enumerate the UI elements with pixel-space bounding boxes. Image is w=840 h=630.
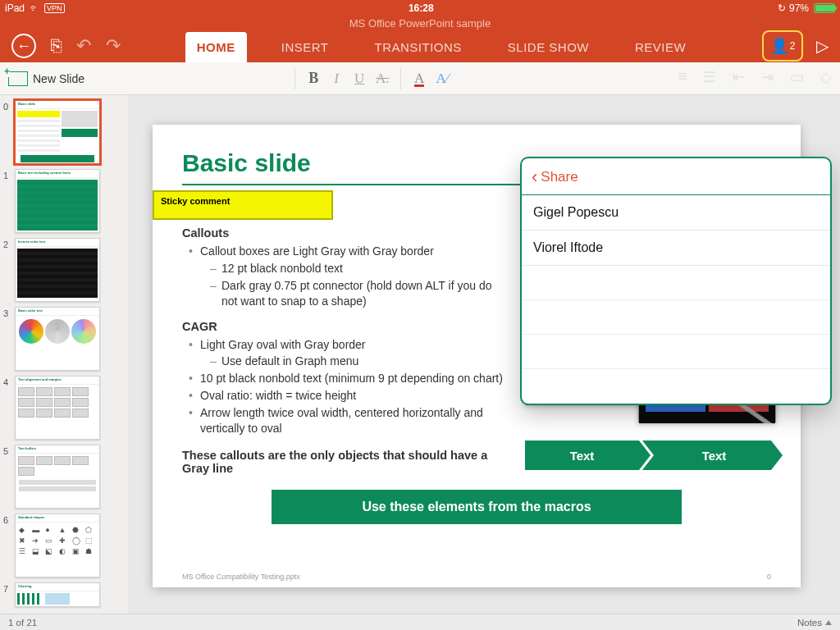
document-title: MS Office PowerPoint sample xyxy=(0,16,840,30)
tab-home[interactable]: HOME xyxy=(185,32,247,62)
battery-percent: 97% xyxy=(789,2,809,14)
workspace: 0 Basic slide 1 Basic text including cus… xyxy=(0,95,840,614)
redo-icon[interactable]: ↷ xyxy=(106,35,121,57)
list-item: 12 pt black nonbold text xyxy=(221,260,509,277)
tab-slideshow[interactable]: SLIDE SHOW xyxy=(496,32,600,62)
chevron-process: Text Text xyxy=(525,441,771,470)
thumb-index: 0 xyxy=(3,100,11,112)
clock: 16:28 xyxy=(65,2,778,14)
list-item: Dark gray 0.75 pt connector (hold down A… xyxy=(221,277,509,310)
wifi-icon: ᯤ xyxy=(30,2,39,14)
outdent-icon: ⇤ xyxy=(733,68,745,86)
list-item: Oval ratio: width = twice height xyxy=(200,387,509,404)
popover-back-label[interactable]: Share xyxy=(541,169,578,185)
bullets-icon: ≡ xyxy=(678,68,687,86)
ribbon-tabs: HOME INSERT TRANSITIONS SLIDE SHOW REVIE… xyxy=(121,30,762,62)
slide-footer-filename: MS Office Compatibility Testing.pptx xyxy=(182,573,300,581)
slide-left-column: Callouts Callout boxes are Light Gray wi… xyxy=(182,223,509,475)
slide-thumbnail-6[interactable]: Standard shapes ◆▬●▲⬣⬠ ✖➔▭✚◯⬚ ☰⬓⬕◐▣☗ xyxy=(15,514,100,578)
list-item: 10 pt black nonbold text (minimum 9 pt d… xyxy=(200,370,509,387)
highlight-button[interactable]: A⁄ xyxy=(431,71,454,87)
slide-thumbnail-3[interactable]: Basic color test xyxy=(15,307,100,371)
font-color-button[interactable]: A xyxy=(408,71,431,87)
new-slide-icon xyxy=(8,71,28,86)
format-toolbar: New Slide B I U A. A A⁄ ≡ ☰ ⇤ ⇥ ▭ ◇ xyxy=(0,62,840,95)
thumb-index: 6 xyxy=(3,514,11,525)
share-person-row[interactable]: Gigel Popescu xyxy=(522,195,830,231)
slide-thumbnail-0[interactable]: Basic slide xyxy=(15,100,100,164)
chevron-step: Text xyxy=(642,441,771,470)
vpn-badge: VPN xyxy=(44,3,65,13)
slide-thumbnails-panel[interactable]: 0 Basic slide 1 Basic text including cus… xyxy=(0,95,128,614)
notes-toggle[interactable]: Notes xyxy=(797,618,832,628)
separator xyxy=(400,68,401,89)
collab-count: 2 xyxy=(790,40,796,52)
share-person-row[interactable]: Viorel Iftode xyxy=(522,231,830,266)
collaborators-button[interactable]: 👤 2 xyxy=(762,30,803,62)
thumb-index: 3 xyxy=(3,307,11,318)
underline-button[interactable]: U xyxy=(348,71,371,87)
notes-label: Notes xyxy=(797,618,822,628)
closing-note: These callouts are the only objects that… xyxy=(182,449,509,475)
popover-header[interactable]: ‹ Share xyxy=(522,158,830,195)
sync-icon: ↻ xyxy=(778,2,786,14)
slide-thumbnail-7[interactable]: Charting xyxy=(15,582,100,607)
thumb-index: 1 xyxy=(3,169,11,180)
list-item: Arrow length twice oval width, centered … xyxy=(200,404,509,437)
section-heading-cagr: CAGR xyxy=(182,320,509,333)
ios-status-bar: iPad ᯤ VPN 16:28 ↻ 97% xyxy=(0,0,840,16)
textbox-icon: ▭ xyxy=(790,68,804,86)
slide-thumbnail-1[interactable]: Basic text including custom fonts xyxy=(15,169,100,233)
popover-empty-row xyxy=(522,369,830,404)
list-item: Callout boxes are Light Gray with Gray b… xyxy=(200,243,509,260)
slide-thumbnail-2[interactable]: Inverse color text xyxy=(15,238,100,302)
strikethrough-button[interactable]: A. xyxy=(371,71,394,87)
slide-footer-pagenum: 0 xyxy=(767,573,771,581)
chevron-step: Text xyxy=(525,441,639,470)
tab-review[interactable]: REVIEW xyxy=(623,32,697,62)
thumb-index: 7 xyxy=(3,582,11,594)
thumb-index: 4 xyxy=(3,376,11,387)
share-popover: ‹ Share Gigel Popescu Viorel Iftode xyxy=(520,157,832,405)
file-actions-icon[interactable]: ⎘ xyxy=(51,35,62,57)
chevron-up-icon xyxy=(825,620,832,625)
back-button[interactable]: ← xyxy=(11,34,36,58)
undo-icon[interactable]: ↶ xyxy=(76,35,91,57)
new-slide-button[interactable]: New Slide xyxy=(8,71,84,86)
person-icon: 👤 xyxy=(770,37,788,55)
device-label: iPad xyxy=(5,2,25,14)
macro-banner: Use these elements from the macros xyxy=(272,490,682,524)
status-footer: 1 of 21 Notes xyxy=(0,614,840,630)
thumb-index: 2 xyxy=(3,238,11,249)
slide-counter: 1 of 21 xyxy=(8,618,37,628)
numbering-icon: ☰ xyxy=(703,68,716,86)
list-item: Use default in Graph menu xyxy=(221,353,509,370)
chevron-left-icon[interactable]: ‹ xyxy=(532,167,537,188)
tab-transitions[interactable]: TRANSITIONS xyxy=(363,32,473,62)
bold-button[interactable]: B xyxy=(302,70,325,87)
slide-thumbnail-5[interactable]: Text bullets xyxy=(15,445,100,509)
list-item: Light Gray oval with Gray border xyxy=(200,336,509,354)
present-button[interactable]: ▷ xyxy=(816,36,829,56)
italic-button[interactable]: I xyxy=(325,71,348,87)
battery-icon xyxy=(814,3,835,13)
slide-thumbnail-4[interactable]: Text alignment and margins xyxy=(15,376,100,440)
shapes-icon: ◇ xyxy=(820,68,832,86)
popover-empty-row xyxy=(522,266,830,300)
sticky-comment[interactable]: Sticky comment xyxy=(153,190,333,220)
new-slide-label: New Slide xyxy=(33,72,84,85)
tab-insert[interactable]: INSERT xyxy=(270,32,340,62)
app-ribbon: MS Office PowerPoint sample ← ⎘ ↶ ↷ HOME… xyxy=(0,16,840,62)
indent-icon: ⇥ xyxy=(761,68,774,86)
thumb-index: 5 xyxy=(3,445,11,456)
popover-empty-row xyxy=(522,300,830,335)
separator xyxy=(294,68,295,89)
popover-empty-row xyxy=(522,335,830,369)
disabled-toolbar-group: ≡ ☰ ⇤ ⇥ ▭ ◇ xyxy=(678,68,832,86)
section-heading-callouts: Callouts xyxy=(182,226,509,240)
